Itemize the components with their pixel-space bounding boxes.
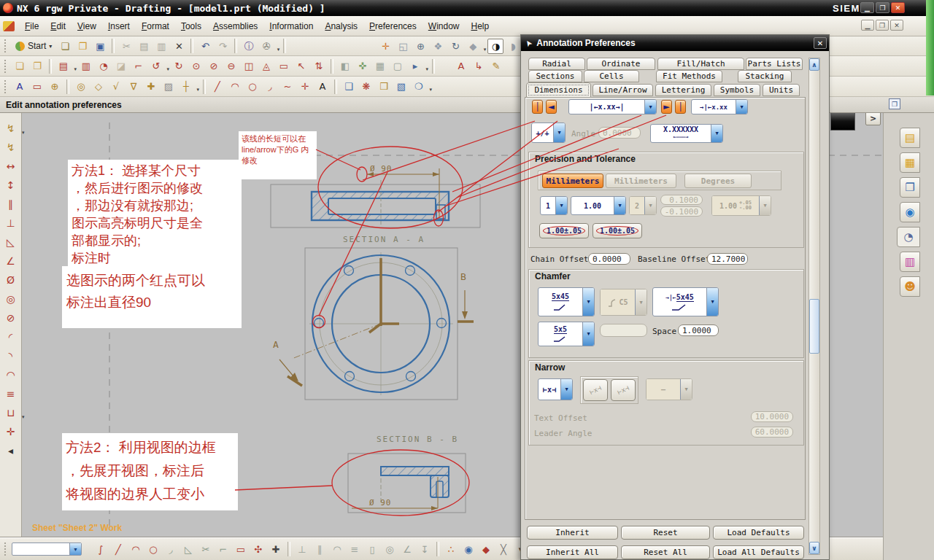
pan-view-icon[interactable]: ❖ [430,39,446,54]
tab-fill-hatch[interactable]: Fill/Hatch [657,58,744,70]
millimeters-button[interactable]: Millimeters [542,174,603,188]
menu-assemblies[interactable]: Assemblies [207,18,263,34]
base-view-icon[interactable]: ▤▾ [55,58,72,74]
fit-view-icon[interactable]: ✛ [377,39,393,54]
assembly-navigator-icon[interactable]: ▤ [900,128,920,148]
auto-dimension-icon[interactable]: ↯ [2,139,20,156]
menu-preferences[interactable]: Preferences [363,18,422,34]
constraint-collinear-icon[interactable]: ▯ [364,542,380,557]
chevron-down-icon[interactable]: ▾ [425,67,428,72]
toolbar-grip[interactable] [4,542,7,556]
chevron-down-icon[interactable]: ▼ [736,100,747,114]
paste-icon[interactable]: ▥ [153,39,169,54]
end-point-snap-icon[interactable]: ◉ [460,542,476,557]
chamfer-5x5-dropdown[interactable]: 5x5 ▼ [538,322,595,346]
constraint-angle-icon[interactable]: ∠ [399,542,415,557]
expand-panel-button[interactable]: > [865,112,881,125]
eraser-icon[interactable]: ◪ [113,58,129,74]
collapse-icon[interactable]: ◂ [2,442,20,459]
note-icon[interactable]: A [12,79,28,94]
menu-tools[interactable]: Tools [175,18,207,34]
chamfer-dimension-icon[interactable]: ◺ [2,233,20,251]
parallel-dimension-icon[interactable]: ∥ [2,195,20,213]
baseline-offset-field[interactable]: 12.7000 [707,253,748,265]
datum-feature-symbol-icon[interactable]: ⊕ [47,79,63,94]
dimension-diameter-90-bottom[interactable]: Ø 90 [369,498,392,508]
arrow-out-button[interactable]: ► [661,100,672,114]
view-break-icon[interactable]: ⌐ [131,58,147,74]
tolerance-display-1-toggle[interactable]: 1.00±.05 [539,223,589,238]
restore-view-icon[interactable]: ❐ [889,98,900,109]
constraint-parallel-icon[interactable]: ∥ [312,542,328,557]
chevron-down-icon[interactable]: ▼ [553,123,565,142]
display-sheet-icon[interactable]: ▢ [390,58,406,74]
sheet-layout-icon[interactable]: ◧ [337,58,353,74]
chevron-down-icon[interactable]: ▾ [22,415,25,420]
feature-control-frame-icon[interactable]: ▭ [29,79,45,94]
constraint-concentric-icon[interactable]: ◎ [382,542,398,557]
new-file-icon[interactable]: ❏ [57,39,73,54]
toolbar-grip[interactable] [4,39,7,52]
start-button[interactable]: Start▾ [11,39,56,52]
tab-units[interactable]: Units [763,84,800,96]
millimeters-dual-button[interactable]: Millimeters [606,174,676,188]
point-icon[interactable]: ✛ [297,79,313,94]
roles-icon[interactable]: ☻ [900,276,920,297]
menu-view[interactable]: View [72,18,102,34]
menu-analysis[interactable]: Analysis [319,18,363,34]
save-icon[interactable]: ▣ [92,39,108,54]
degrees-button[interactable]: Degrees [684,174,752,188]
close-button[interactable]: ✕ [891,2,905,13]
narrow-leader-above-button[interactable]: ⊢x⊣ [583,379,608,401]
tab-radial[interactable]: Radial [528,58,585,70]
tab-stacking[interactable]: Stacking [738,70,792,82]
constraint-perpendicular-icon[interactable]: ⊥ [294,542,310,557]
tab-fit-methods[interactable]: Fit Methods [656,70,722,82]
projected-view-icon[interactable]: ▥ [78,58,94,74]
tab-dimensions[interactable]: Dimensions [526,82,591,98]
chevron-down-icon[interactable]: ▼ [560,379,572,400]
revolved-section-view-icon[interactable]: ⊙ [188,58,204,74]
dimension-diameter-90-top[interactable]: Ø 90 [370,164,393,174]
reset-button[interactable]: Reset [621,526,710,540]
chevron-down-icon[interactable]: ▼ [614,197,625,214]
crosshatch-icon[interactable]: ▨ [161,79,177,94]
dialog-close-button[interactable]: ✕ [814,37,827,49]
hole-dimension-icon[interactable]: ◎ [2,290,20,308]
id-symbol-icon[interactable]: ◇ [90,79,107,94]
menu-window[interactable]: Window [422,18,466,34]
mid-point-snap-icon[interactable]: ◆ [478,542,494,557]
view-origin-icon[interactable]: ✜ [355,58,371,74]
text-icon[interactable]: A [314,79,331,94]
intersection-snap-icon[interactable]: ╳ [495,542,512,557]
menu-format[interactable]: Format [136,18,175,34]
detail-view-icon[interactable]: ◔ [96,58,112,74]
tab-ordinate[interactable]: Ordinate [587,58,655,70]
half-section-view-icon[interactable]: ⊖ [223,58,239,74]
balloon-icon[interactable]: ◎ [73,79,89,94]
sketch-line-icon[interactable]: ╱ [110,542,126,557]
tab-cells[interactable]: Cells [584,70,639,82]
ordinate-dimension-icon[interactable]: ⊔▾ [2,404,20,421]
line-icon[interactable]: ╱ [209,79,225,94]
tab-lettering[interactable]: Lettering [655,84,711,96]
inferred-dimension-icon[interactable]: ↯▾ [2,120,20,137]
copy-icon[interactable]: ▤ [136,39,152,54]
text-offset-field[interactable]: 10.0000 [751,411,793,422]
sketch-circle-icon[interactable]: ○ [145,542,161,557]
inherit-button[interactable]: Inherit [527,526,618,540]
tab-symbols[interactable]: Symbols [714,84,760,96]
quick-trim-icon[interactable]: ✂ [198,542,214,557]
open-file-icon[interactable]: ❐ [74,39,90,54]
raster-image-icon[interactable]: ▧ [393,79,409,94]
bounded-plane-icon[interactable]: ❑ [341,79,357,94]
surface-finish-symbol-icon[interactable]: √ [108,79,124,94]
constraint-navigator-icon[interactable]: ▦ [900,152,920,173]
tolerance-places-dropdown[interactable]: 1.00 ▼ [571,196,626,215]
lower-tolerance-field[interactable]: -0.1000 [660,206,703,217]
open-sheet-icon[interactable]: ❐ [29,58,45,74]
pattern-curve-icon[interactable]: ✣ [250,542,266,557]
tab-parts-lists[interactable]: Parts Lists [746,58,803,70]
inherit-all-button[interactable]: Inherit All [527,545,618,559]
chevron-down-icon[interactable]: ▾ [74,67,77,72]
